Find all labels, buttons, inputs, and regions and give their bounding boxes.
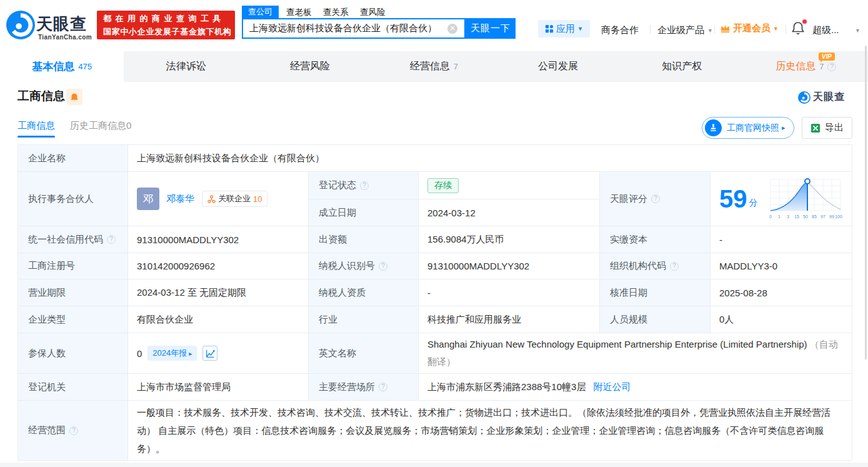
score-value: 59	[719, 185, 747, 213]
tab-history[interactable]: 历史信息 7 VIP	[744, 51, 868, 82]
help-icon[interactable]	[379, 262, 387, 271]
scope-value: 一般项目：技术服务、技术开发、技术咨询、技术交流、技术转让、技术推广；货物进出口…	[128, 401, 852, 461]
approval-date-label: 核准日期	[600, 279, 711, 306]
help-icon[interactable]	[670, 262, 679, 271]
company-name-label: 企业名称	[18, 145, 128, 172]
row-reg-no: 工商注册号 310142000926962 纳税人识别号 91310000MAD…	[18, 253, 852, 279]
company-type-value: 有限合伙企业	[128, 306, 309, 333]
logo-title[interactable]: 天眼查	[36, 13, 87, 35]
crown-icon	[720, 24, 731, 33]
svg-text:99: 99	[829, 214, 834, 219]
authority-label: 登记机关	[18, 374, 128, 401]
search-button[interactable]: 天眼一下	[466, 18, 516, 39]
company-name-value: 上海致远新创科技设备合伙企业（有限合伙）	[128, 145, 852, 172]
svg-text:0: 0	[769, 214, 772, 219]
svg-text:100: 100	[835, 214, 842, 219]
trend-chart-icon[interactable]	[202, 346, 217, 361]
related-companies-badge[interactable]: 关联企业 10	[202, 191, 267, 207]
tab-legal[interactable]: 法律诉讼	[124, 51, 247, 82]
establish-date-label: 成立日期	[309, 199, 419, 226]
help-icon[interactable]	[360, 181, 369, 190]
row-authority: 登记机关 上海市市场监督管理局 主要经营场所 上海市浦东新区秀浦路2388号10…	[18, 374, 852, 401]
search-tab-relation[interactable]: 查关系	[323, 7, 349, 18]
annual-report-badge[interactable]: 2024年报▸	[147, 346, 197, 361]
nav-cooperation[interactable]: 商务合作	[601, 24, 639, 36]
divider	[714, 25, 715, 34]
row-credit-code: 统一社会信用代码 91310000MADDLYY302 出资额 156.9084…	[18, 226, 852, 253]
row-scope: 经营范围 一般项目：技术服务、技术开发、技术咨询、技术交流、技术转让、技术推广；…	[18, 401, 852, 461]
company-type-label: 企业类型	[18, 306, 128, 333]
reg-status-label: 登记状态	[309, 172, 419, 199]
search-tab-boss[interactable]: 查老板	[286, 7, 312, 18]
partner-label: 执行事务合伙人	[18, 172, 128, 226]
paid-capital-value: -	[711, 226, 852, 253]
tab-basic-info[interactable]: 基本信息 475	[0, 51, 124, 82]
partner-name-link[interactable]: 邓泰华	[166, 193, 194, 205]
search-tab-risk[interactable]: 查风险	[360, 7, 386, 18]
page: 天眼查 TianYanCha.com 都在用的商业查询工具 国家中小企业发展子基…	[0, 0, 868, 467]
establish-date-value: 2024-03-12	[419, 199, 600, 226]
row-company-type: 企业类型 有限合伙企业 行业 科技推广和应用服务业 人员规模 0人	[18, 306, 852, 333]
nav-enterprise[interactable]: 企业级产品▼	[657, 24, 713, 36]
official-snapshot-button[interactable]: 工商官网快照 ▸	[702, 117, 794, 139]
score-label: 天眼评分	[600, 172, 711, 226]
search-input[interactable]: 上海致远新创科技设备合伙企业（有限合伙）	[242, 18, 466, 39]
help-icon[interactable]	[69, 426, 78, 435]
row-partner: 执行事务合伙人 邓 邓泰华 关联企业 10 登记状态 存续 天眼评分	[18, 172, 852, 199]
taxpayer-quality-value: -	[419, 279, 600, 306]
nav-super-vip[interactable]: 超级...	[812, 24, 839, 36]
industry-label: 行业	[309, 306, 419, 333]
clear-search-icon[interactable]: ✕	[447, 24, 457, 34]
search-input-value: 上海致远新创科技设备合伙企业（有限合伙）	[249, 23, 437, 34]
tianyancha-logo-icon[interactable]	[6, 11, 35, 39]
tab-development[interactable]: 公司发展	[496, 51, 620, 82]
help-icon[interactable]	[651, 194, 660, 203]
nav-vip[interactable]: 开通会员▼	[720, 23, 779, 34]
tab-operation[interactable]: 经营信息7	[372, 51, 496, 82]
page-bottom	[0, 463, 868, 467]
vip-badge: VIP	[819, 53, 835, 61]
promo-banner: 都在用的商业查询工具 国家中小企业发展子基金旗下机构	[97, 11, 235, 39]
svg-text:15: 15	[794, 214, 799, 219]
apps-menu[interactable]: 应用 ▼	[538, 20, 590, 38]
business-info-table: 企业名称 上海致远新创科技设备合伙企业（有限合伙） 执行事务合伙人 邓 邓泰华 …	[17, 144, 852, 461]
nearby-companies-link[interactable]: 附近公司	[594, 381, 631, 392]
help-icon[interactable]	[107, 235, 116, 244]
taxpayer-no-label: 纳税人识别号	[309, 253, 419, 279]
row-company-name: 企业名称 上海致远新创科技设备合伙企业（有限合伙）	[18, 145, 852, 172]
search-tab-company[interactable]: 查公司	[242, 6, 279, 18]
insured-cell: 0 2024年报▸	[128, 333, 309, 374]
staff-label: 人员规模	[600, 306, 711, 333]
help-icon[interactable]	[827, 63, 836, 71]
taxpayer-no-value: 91310000MADDLYY302	[419, 253, 600, 279]
insured-label: 参保人数	[18, 333, 128, 374]
partner-avatar[interactable]: 邓	[137, 188, 159, 210]
taxpayer-quality-label: 纳税人资质	[309, 279, 419, 306]
english-name-label: 英文名称	[309, 333, 419, 374]
term-value: 2024-03-12 至 无固定期限	[128, 279, 309, 306]
svg-text:50: 50	[803, 214, 808, 219]
tab-risk[interactable]: 经营风险	[248, 51, 372, 82]
section-title: 工商信息	[17, 88, 65, 104]
company-tabbar: 基本信息 475 法律诉讼 经营风险 经营信息7 公司发展 知识产权 历史信息 …	[0, 51, 868, 82]
credit-code-value: 91310000MADDLYY302	[128, 226, 309, 253]
term-label: 营业期限	[18, 279, 128, 306]
help-icon[interactable]	[379, 383, 387, 391]
subscribe-bell-icon[interactable]	[66, 89, 82, 105]
promo-line1: 都在用的商业查询工具	[103, 13, 235, 24]
capital-value: 156.9084万人民币	[419, 226, 600, 253]
reg-no-label: 工商注册号	[18, 253, 128, 279]
status-badge: 存续	[427, 178, 459, 193]
chevron-down-icon[interactable]: ▼	[855, 28, 861, 34]
export-button[interactable]: 导出	[802, 117, 852, 139]
tab-ip[interactable]: 知识产权	[620, 51, 744, 82]
scope-label: 经营范围	[18, 401, 128, 461]
svg-text:3: 3	[787, 214, 789, 219]
watermark-logo: 天眼查	[798, 91, 845, 104]
score-cell[interactable]: 59 分 0	[711, 172, 852, 226]
watermark-logo-icon	[798, 91, 811, 104]
subtab-history-info[interactable]: 历史工商信息0	[70, 120, 131, 132]
scrollbar[interactable]	[865, 46, 867, 359]
subtab-business-info[interactable]: 工商信息	[17, 120, 55, 132]
org-code-value: MADDLYY3-0	[711, 253, 852, 279]
